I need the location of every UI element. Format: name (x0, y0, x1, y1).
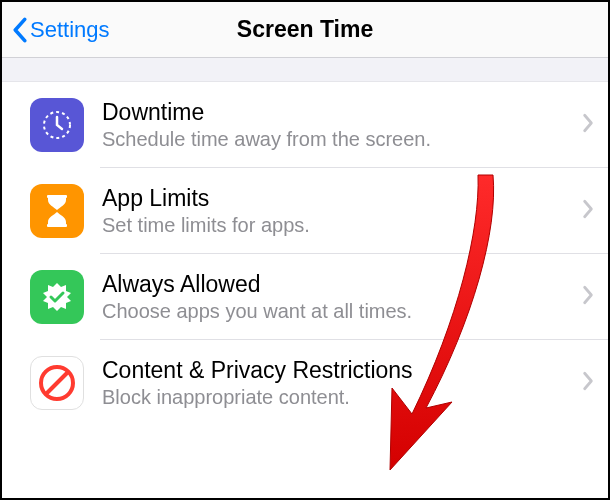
row-subtitle: Schedule time away from the screen. (102, 128, 574, 151)
chevron-right-icon (582, 199, 594, 223)
chevron-right-icon (582, 285, 594, 309)
row-text: Content & Privacy Restrictions Block ina… (102, 357, 574, 409)
row-content-privacy[interactable]: Content & Privacy Restrictions Block ina… (2, 340, 608, 426)
row-title: Always Allowed (102, 271, 574, 298)
navigation-header: Settings Screen Time (2, 2, 608, 58)
back-button[interactable]: Settings (2, 17, 110, 43)
row-text: Downtime Schedule time away from the scr… (102, 99, 574, 151)
row-title: Downtime (102, 99, 574, 126)
app-limits-icon (30, 184, 84, 238)
content-privacy-icon (30, 356, 84, 410)
svg-rect-1 (47, 195, 67, 198)
row-subtitle: Set time limits for apps. (102, 214, 574, 237)
page-title: Screen Time (237, 16, 373, 43)
row-text: App Limits Set time limits for apps. (102, 185, 574, 237)
row-title: App Limits (102, 185, 574, 212)
back-label: Settings (30, 17, 110, 43)
row-app-limits[interactable]: App Limits Set time limits for apps. (2, 168, 608, 254)
row-downtime[interactable]: Downtime Schedule time away from the scr… (2, 82, 608, 168)
row-text: Always Allowed Choose apps you want at a… (102, 271, 574, 323)
settings-list: Downtime Schedule time away from the scr… (2, 82, 608, 426)
chevron-left-icon (12, 17, 28, 43)
row-subtitle: Choose apps you want at all times. (102, 300, 574, 323)
svg-line-4 (46, 372, 68, 394)
list-spacer (2, 58, 608, 82)
chevron-right-icon (582, 113, 594, 137)
downtime-icon (30, 98, 84, 152)
row-always-allowed[interactable]: Always Allowed Choose apps you want at a… (2, 254, 608, 340)
chevron-right-icon (582, 371, 594, 395)
svg-rect-2 (47, 224, 67, 227)
row-title: Content & Privacy Restrictions (102, 357, 574, 384)
always-allowed-icon (30, 270, 84, 324)
row-subtitle: Block inappropriate content. (102, 386, 574, 409)
